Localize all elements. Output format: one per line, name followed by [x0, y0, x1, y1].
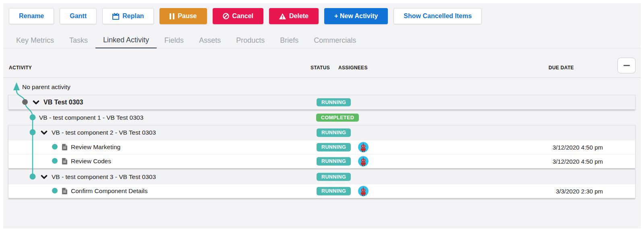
due-date: 3/12/2020 4:50 pm [553, 158, 603, 165]
activity-row-component-1[interactable]: VB - test component 1 - VB Test 0303 COM… [8, 110, 636, 125]
status-badge: RUNNING [317, 98, 351, 106]
chevron-down-icon[interactable] [33, 100, 39, 104]
tab-bar: Key Metrics Tasks Linked Activity Fields… [3, 32, 641, 48]
replan-label: Replan [122, 12, 144, 20]
tab-products[interactable]: Products [228, 32, 272, 48]
due-date: 3/12/2020 4:50 pm [553, 144, 603, 151]
table-header: ACTIVITY STATUS ASSIGNEES DUE DATE [3, 48, 641, 78]
warning-icon [279, 13, 286, 19]
no-parent-row: No parent activity [8, 79, 636, 95]
tab-linked-activity[interactable]: Linked Activity [95, 32, 157, 48]
tab-commercials[interactable]: Commercials [306, 32, 364, 48]
linked-activity-page: Rename Gantt Replan Pause Cancel [0, 0, 644, 235]
gantt-button[interactable]: Gantt [60, 8, 97, 24]
activity-name: VB - test component 3 - VB Test 0303 [52, 173, 156, 181]
no-parent-label: No parent activity [22, 83, 70, 91]
new-activity-button[interactable]: + New Activity [324, 8, 388, 24]
status-badge: RUNNING [317, 187, 351, 195]
task-name: Review Marketing [71, 143, 120, 151]
column-header-assignees: ASSIGNEES [338, 65, 368, 71]
delete-button[interactable]: Delete [269, 8, 319, 24]
chevron-down-icon[interactable] [41, 175, 48, 179]
task-name: Review Codes [71, 158, 111, 165]
rename-button[interactable]: Rename [9, 8, 54, 24]
tab-briefs[interactable]: Briefs [272, 32, 306, 48]
activity-tree: No parent activity VB Test 0303 RUNNING … [8, 79, 636, 204]
activity-row-vb-test-0303[interactable]: VB Test 0303 RUNNING [8, 95, 636, 110]
tab-fields[interactable]: Fields [157, 32, 191, 48]
assignee-avatar[interactable] [358, 142, 369, 152]
pause-button[interactable]: Pause [159, 8, 207, 24]
pause-label: Pause [178, 12, 197, 20]
document-icon [62, 188, 67, 194]
column-header-status: STATUS [311, 65, 330, 71]
task-row-review-codes[interactable]: Review Codes RUNNING 3/12/2020 4:50 pm [8, 154, 635, 168]
document-icon [62, 144, 67, 150]
activity-row-component-2[interactable]: VB - test component 2 - VB Test 0303 RUN… [8, 125, 635, 140]
tab-key-metrics[interactable]: Key Metrics [8, 32, 62, 48]
activity-name: VB - test component 1 - VB Test 0303 [39, 114, 143, 121]
pause-icon [170, 13, 174, 19]
status-badge: RUNNING [317, 173, 351, 181]
content-panel: Rename Gantt Replan Pause Cancel [3, 3, 641, 229]
due-date: 3/3/2020 2:30 pm [556, 188, 603, 195]
status-badge: RUNNING [317, 157, 351, 166]
activity-name: VB Test 0303 [43, 99, 83, 106]
blocked-icon [223, 13, 229, 19]
task-row-confirm-component-details[interactable]: Confirm Component Details RUNNING 3/3/20… [8, 184, 635, 198]
column-header-activity: ACTIVITY [9, 65, 32, 71]
tab-assets[interactable]: Assets [191, 32, 228, 48]
toolbar: Rename Gantt Replan Pause Cancel [9, 8, 482, 24]
delete-label: Delete [289, 12, 309, 20]
minus-icon [623, 65, 630, 66]
cancel-button[interactable]: Cancel [213, 8, 263, 24]
chevron-down-icon[interactable] [41, 131, 48, 135]
cancel-label: Cancel [232, 12, 253, 20]
activity-name: VB - test component 2 - VB Test 0303 [52, 129, 156, 136]
status-badge: RUNNING [317, 129, 351, 137]
assignee-avatar[interactable] [358, 156, 369, 166]
document-icon [62, 158, 67, 164]
activity-group-component-2: VB - test component 2 - VB Test 0303 RUN… [8, 125, 636, 168]
tab-tasks[interactable]: Tasks [62, 32, 95, 48]
show-cancelled-items-button[interactable]: Show Cancelled Items [393, 8, 482, 24]
activity-row-component-3[interactable]: VB - test component 3 - VB Test 0303 RUN… [8, 170, 635, 184]
status-badge: RUNNING [317, 143, 351, 152]
replan-button[interactable]: Replan [102, 8, 154, 24]
column-header-due-date: DUE DATE [549, 65, 574, 71]
calendar-icon [112, 13, 119, 20]
collapse-all-button[interactable] [617, 58, 636, 73]
activity-group-component-3: VB - test component 3 - VB Test 0303 RUN… [8, 169, 636, 198]
task-name: Confirm Component Details [71, 187, 147, 195]
assignee-avatar[interactable] [358, 186, 369, 196]
task-row-review-marketing[interactable]: Review Marketing RUNNING 3/12/2020 4:50 … [8, 140, 635, 154]
status-badge: COMPLETED [316, 113, 359, 122]
